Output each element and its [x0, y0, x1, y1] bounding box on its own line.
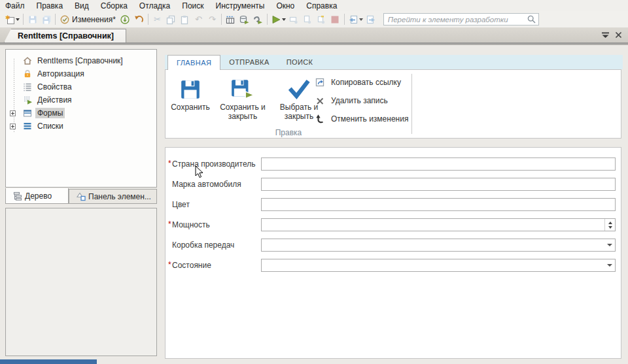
- database-update-icon[interactable]: [237, 12, 251, 26]
- checkmark-icon: [287, 76, 311, 103]
- paste-icon-disabled: [178, 12, 192, 26]
- menu-item-window[interactable]: Окно: [270, 1, 300, 10]
- undo-icon-disabled: ↶: [192, 12, 205, 26]
- form-field-gearbox: Коробка передач: [166, 239, 621, 252]
- ribbon-tab-search[interactable]: ПОИСК: [278, 55, 322, 69]
- goto-dev-element-search[interactable]: [383, 13, 539, 25]
- save-close-floppy-arrow-icon: [230, 76, 256, 103]
- save-icon-disabled: [26, 12, 39, 26]
- expand-icon[interactable]: [10, 110, 16, 116]
- save-button[interactable]: Сохранить: [169, 72, 211, 128]
- ide-window: Файл Правка Вид Сборка Отладка Поиск Инс…: [0, 0, 628, 364]
- navigate-forward-icon-disabled: [364, 12, 378, 26]
- required-marker: *: [168, 220, 171, 229]
- menu-bar: Файл Правка Вид Сборка Отладка Поиск Инс…: [0, 0, 628, 11]
- ribbon: Сохранить Сохранить и закрыть Выбрать и …: [165, 69, 621, 139]
- ribbon-tab-strip: ГЛАВНАЯ ОТПРАВКА ПОИСК: [165, 55, 623, 69]
- form-field-brand: Марка автомобиля: [166, 178, 621, 191]
- save-and-close-button[interactable]: Сохранить и закрыть: [214, 72, 271, 128]
- menu-item-tools[interactable]: Инструменты: [210, 1, 271, 10]
- new-item-icon[interactable]: ✱: [3, 12, 17, 26]
- menu-item-help[interactable]: Справка: [300, 1, 343, 10]
- stop-icon-disabled: [328, 12, 342, 26]
- tree-item-root[interactable]: RentItems [Справочник]: [6, 54, 156, 67]
- combo-dropdown[interactable]: [604, 239, 615, 251]
- required-marker: *: [168, 260, 171, 269]
- list-bars-icon: [22, 121, 33, 131]
- menu-item-view[interactable]: Вид: [69, 1, 95, 10]
- search-icon: [527, 14, 536, 24]
- gearbox-combo[interactable]: [261, 239, 616, 252]
- changes-check-icon[interactable]: [58, 12, 71, 26]
- navigate-back-dropdown-icon[interactable]: [359, 18, 363, 21]
- navigate-back-icon[interactable]: [347, 12, 360, 26]
- tree-item-properties[interactable]: Свойства: [6, 80, 156, 93]
- record-form: * Страна производитель Марка автомобиля …: [165, 147, 621, 359]
- home-icon: [22, 56, 33, 66]
- tab-elements-panel[interactable]: Панель элемен...: [69, 189, 157, 204]
- expand-icon[interactable]: [10, 124, 16, 129]
- lock-icon: [22, 69, 33, 79]
- ribbon-tab-send[interactable]: ОТПРАВКА: [220, 55, 277, 69]
- spinner-buttons[interactable]: [604, 219, 615, 231]
- form-field-country: * Страна производитель: [166, 157, 621, 171]
- form-field-color: Цвет: [166, 198, 621, 211]
- configure-icon[interactable]: [251, 12, 265, 26]
- elements-panel-icon: [76, 191, 86, 202]
- tree-item-actions[interactable]: Действия: [6, 93, 156, 107]
- rollback-icon[interactable]: [132, 12, 146, 26]
- svg-text:✱: ✱: [5, 14, 10, 21]
- get-latest-icon[interactable]: [118, 12, 132, 26]
- tab-tree[interactable]: Дерево: [5, 188, 69, 204]
- chevron-down-icon: [607, 244, 612, 246]
- menu-item-edit[interactable]: Правка: [31, 1, 69, 10]
- delete-record-button[interactable]: Удалить запись: [315, 93, 388, 108]
- undo-arrow-icon: [315, 114, 326, 125]
- restart-icon-disabled: [315, 12, 328, 26]
- delete-x-icon: [315, 95, 326, 107]
- save-floppy-icon: [179, 76, 201, 103]
- cut-icon-disabled: ✂: [150, 12, 164, 26]
- form-field-power: * Мощность: [166, 218, 621, 231]
- document-tab[interactable]: RentItems [Справочник]: [4, 29, 126, 42]
- cancel-changes-button[interactable]: Отменить изменения: [315, 112, 408, 126]
- combo-dropdown[interactable]: [604, 259, 615, 271]
- elements-panel-empty: [5, 208, 157, 356]
- ribbon-group-label: Правка: [166, 128, 411, 137]
- changes-label[interactable]: Изменения*: [72, 15, 116, 24]
- tree-item-forms[interactable]: Формы: [6, 107, 156, 120]
- chevron-down-icon: [607, 264, 612, 267]
- copy-link-icon: [315, 77, 326, 88]
- run-icon[interactable]: [270, 12, 283, 26]
- menu-item-file[interactable]: Файл: [5, 1, 31, 10]
- tree-item-authorization[interactable]: Авторизация: [6, 67, 156, 80]
- properties-list-icon: [22, 82, 33, 92]
- document-tab-bar: RentItems [Справочник]: [0, 27, 628, 45]
- run-dropdown-icon[interactable]: [282, 18, 286, 21]
- copy-icon-disabled: [164, 12, 178, 26]
- detach-icon-disabled: [301, 12, 315, 26]
- menu-item-build[interactable]: Сборка: [95, 1, 133, 10]
- condition-combo[interactable]: [261, 259, 616, 272]
- ribbon-tab-main[interactable]: ГЛАВНАЯ: [167, 55, 220, 70]
- table-designer-icon[interactable]: [224, 12, 237, 26]
- menu-item-debug[interactable]: Отладка: [133, 1, 176, 10]
- menu-item-search[interactable]: Поиск: [176, 1, 209, 10]
- spin-down-icon[interactable]: [608, 226, 612, 229]
- bottom-scrollbar-fragment[interactable]: [0, 359, 97, 364]
- search-input[interactable]: [388, 16, 527, 24]
- tree-item-lists[interactable]: Списки: [6, 120, 156, 133]
- brand-input[interactable]: [261, 178, 616, 191]
- spin-up-icon[interactable]: [608, 222, 612, 224]
- save-all-icon-disabled: [39, 12, 53, 26]
- power-spinner[interactable]: [261, 218, 616, 231]
- country-input[interactable]: [261, 157, 616, 171]
- tab-list-dropdown-icon[interactable]: [601, 30, 610, 39]
- new-item-dropdown-icon[interactable]: [16, 18, 20, 21]
- main-toolbar: ✱ Изменения* ✂ ↶ ↷: [0, 11, 628, 27]
- workspace: RentItems [Справочник] Авторизация Свойс…: [0, 45, 628, 364]
- copy-link-button[interactable]: Копировать ссылку: [315, 75, 401, 90]
- actions-list-play-icon: [22, 95, 33, 105]
- color-input[interactable]: [261, 198, 616, 211]
- close-icon[interactable]: [614, 31, 623, 39]
